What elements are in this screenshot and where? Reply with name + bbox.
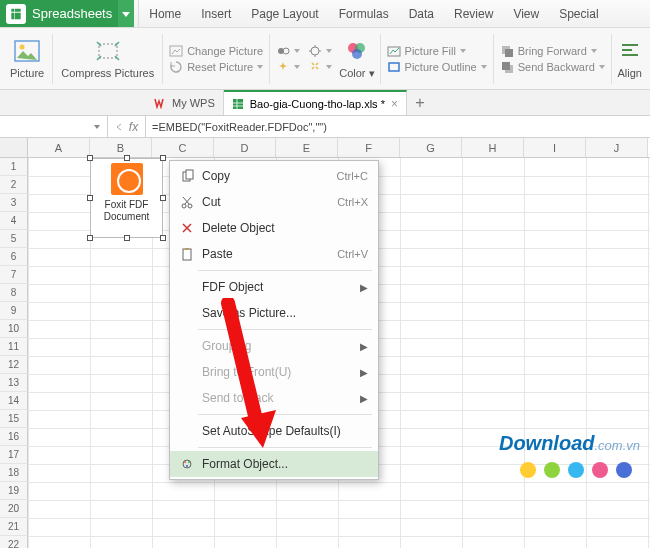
ribbon-align-button[interactable]: Align — [614, 28, 646, 89]
resize-handle[interactable] — [160, 235, 166, 241]
ribbon-color-button[interactable]: Color ▾ — [336, 28, 377, 89]
formula-input[interactable]: =EMBED("FoxitReader.FDFDoc","") — [146, 121, 650, 133]
menu-item-set-autoshape-defaults-i[interactable]: Set AutoShape Defaults(I) — [170, 418, 378, 444]
app-menu-button[interactable]: Spreadsheets — [0, 0, 118, 27]
title-bar: Spreadsheets Home Insert Page Layout For… — [0, 0, 650, 28]
shortcut-label: Ctrl+C — [337, 170, 368, 182]
ribbon-reset-picture[interactable]: Reset Picture — [169, 60, 263, 74]
doc-tab-wps[interactable]: My WPS — [146, 90, 224, 115]
tab-formulas[interactable]: Formulas — [329, 0, 399, 28]
tab-home[interactable]: Home — [138, 0, 191, 28]
cut-icon — [176, 195, 198, 209]
tab-special[interactable]: Special — [549, 0, 608, 28]
ribbon-compress-button[interactable]: Compress Pictures — [55, 28, 160, 89]
tab-data[interactable]: Data — [399, 0, 444, 28]
shortcut-label: Ctrl+V — [337, 248, 368, 260]
col-header[interactable]: H — [462, 138, 524, 157]
menu-item-copy[interactable]: CopyCtrl+C — [170, 163, 378, 189]
ribbon-sep — [493, 34, 494, 84]
row-header[interactable]: 6 — [0, 248, 28, 266]
row-header[interactable]: 15 — [0, 410, 28, 428]
menu-item-label: Copy — [198, 169, 337, 183]
menu-item-label: Cut — [198, 195, 337, 209]
menu-item-delete-object[interactable]: Delete Object — [170, 215, 378, 241]
row-header[interactable]: 5 — [0, 230, 28, 248]
col-header[interactable]: F — [338, 138, 400, 157]
row-header[interactable]: 21 — [0, 518, 28, 536]
col-header[interactable]: A — [28, 138, 90, 157]
row-header[interactable]: 8 — [0, 284, 28, 302]
app-menu-drop[interactable] — [118, 0, 134, 27]
col-header[interactable]: E — [276, 138, 338, 157]
menu-item-paste[interactable]: PasteCtrl+V — [170, 241, 378, 267]
row-header[interactable]: 2 — [0, 176, 28, 194]
menu-item-label: Delete Object — [198, 221, 368, 235]
submenu-arrow-icon: ▶ — [360, 393, 368, 404]
resize-handle[interactable] — [87, 235, 93, 241]
row-header[interactable]: 14 — [0, 392, 28, 410]
svg-point-26 — [184, 461, 186, 463]
tab-view[interactable]: View — [503, 0, 549, 28]
col-header[interactable]: G — [400, 138, 462, 157]
ribbon-brightness[interactable] — [276, 44, 332, 58]
menu-item-cut[interactable]: CutCtrl+X — [170, 189, 378, 215]
row-header[interactable]: 17 — [0, 446, 28, 464]
tab-insert[interactable]: Insert — [191, 0, 241, 28]
object-label: Foxit FDFDocument — [91, 199, 162, 222]
menu-item-save-as-picture[interactable]: Save as Picture... — [170, 300, 378, 326]
new-tab-button[interactable]: + — [407, 90, 433, 115]
resize-handle[interactable] — [160, 195, 166, 201]
resize-handle[interactable] — [87, 195, 93, 201]
ribbon-bring-forward[interactable]: Bring Forward — [500, 44, 605, 58]
embedded-object[interactable]: Foxit FDFDocument — [90, 158, 163, 238]
row-header[interactable]: 10 — [0, 320, 28, 338]
menu-item-label: Paste — [198, 247, 337, 261]
col-header[interactable]: D — [214, 138, 276, 157]
row-header[interactable]: 4 — [0, 212, 28, 230]
svg-rect-20 — [186, 170, 193, 179]
ribbon-picture-fill[interactable]: Picture Fill — [387, 44, 487, 58]
menu-item-label: Bring to Front(U) — [198, 365, 360, 379]
col-header[interactable]: B — [90, 138, 152, 157]
color-icon — [343, 37, 371, 65]
row-header[interactable]: 20 — [0, 500, 28, 518]
menu-item-label: Save as Picture... — [198, 306, 368, 320]
resize-handle[interactable] — [87, 155, 93, 161]
tab-review[interactable]: Review — [444, 0, 503, 28]
select-all-corner[interactable] — [0, 138, 28, 157]
col-header[interactable]: I — [524, 138, 586, 157]
ribbon-sparkle[interactable] — [276, 60, 332, 74]
name-box[interactable] — [0, 116, 108, 137]
fx-buttons[interactable]: fx — [108, 116, 146, 137]
context-menu: CopyCtrl+CCutCtrl+XDelete ObjectPasteCtr… — [169, 160, 379, 480]
resize-handle[interactable] — [124, 235, 130, 241]
row-header[interactable]: 19 — [0, 482, 28, 500]
doc-tab-file[interactable]: Bao-gia-Cuong-tho-lap.xls * × — [224, 90, 407, 115]
row-header[interactable]: 11 — [0, 338, 28, 356]
menu-item-fdf-object[interactable]: FDF Object▶ — [170, 274, 378, 300]
row-header[interactable]: 12 — [0, 356, 28, 374]
row-header[interactable]: 1 — [0, 158, 28, 176]
ribbon-change-picture[interactable]: Change Picture — [169, 44, 263, 58]
fx-icon: fx — [129, 120, 138, 134]
col-header[interactable]: J — [586, 138, 648, 157]
row-header[interactable]: 7 — [0, 266, 28, 284]
row-header[interactable]: 16 — [0, 428, 28, 446]
resize-handle[interactable] — [124, 155, 130, 161]
format-icon — [176, 457, 198, 471]
row-header[interactable]: 9 — [0, 302, 28, 320]
row-header[interactable]: 13 — [0, 374, 28, 392]
spreadsheet-icon — [232, 98, 244, 110]
row-header[interactable]: 18 — [0, 464, 28, 482]
row-header[interactable]: 22 — [0, 536, 28, 548]
shortcut-label: Ctrl+X — [337, 196, 368, 208]
ribbon-picture-button[interactable]: Picture — [4, 28, 50, 89]
menu-item-format-object[interactable]: Format Object... — [170, 451, 378, 477]
ribbon-picture-outline[interactable]: Picture Outline — [387, 60, 487, 74]
row-header[interactable]: 3 — [0, 194, 28, 212]
resize-handle[interactable] — [160, 155, 166, 161]
tab-page-layout[interactable]: Page Layout — [241, 0, 328, 28]
ribbon-send-backward[interactable]: Send Backward — [500, 60, 605, 74]
compress-icon — [94, 37, 122, 65]
close-icon[interactable]: × — [391, 97, 398, 111]
